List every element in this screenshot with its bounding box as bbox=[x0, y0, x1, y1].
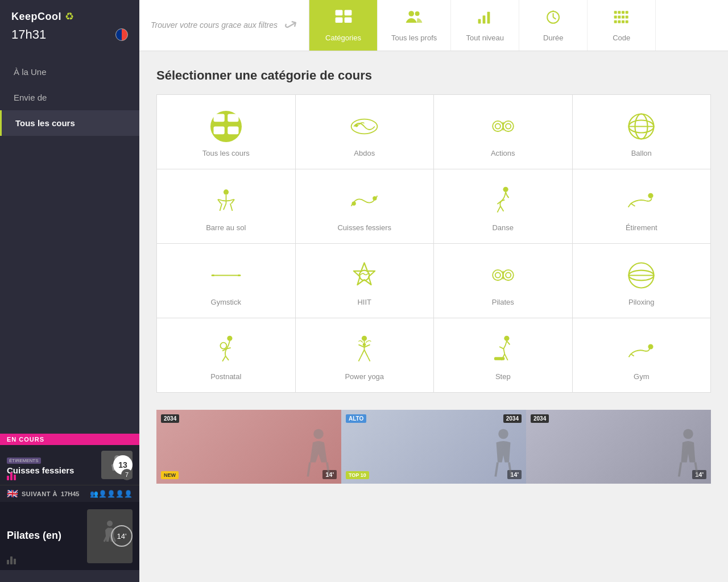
svg-line-68 bbox=[308, 463, 310, 477]
svg-point-38 bbox=[506, 123, 511, 128]
sidebar-item-tous-les-cours[interactable]: Tous les cours bbox=[0, 110, 139, 136]
svg-rect-31 bbox=[213, 127, 224, 135]
category-abdos[interactable]: Abdos bbox=[296, 95, 434, 169]
svg-rect-5 bbox=[344, 10, 351, 15]
category-hiit[interactable]: HIIT bbox=[296, 244, 434, 318]
en-cours-title: Cuisses fessiers bbox=[7, 465, 97, 476]
pilates-icon bbox=[487, 260, 519, 291]
category-piloxing[interactable]: Piloxing bbox=[573, 244, 711, 318]
svg-rect-24 bbox=[625, 15, 628, 18]
actions-icon bbox=[487, 111, 519, 142]
suivant-header: 🇬🇧 SUIVANT À 17H45 👥👤👤👤👤 bbox=[0, 485, 139, 502]
en-cours-info: ÉTIREMENTS Cuisses fessiers bbox=[7, 454, 97, 476]
sidebar-item-a-la-une[interactable]: À la Une bbox=[0, 59, 139, 85]
svg-point-34 bbox=[355, 124, 358, 127]
svg-point-63 bbox=[363, 343, 366, 347]
svg-point-46 bbox=[373, 196, 377, 200]
hiit-label: HIIT bbox=[357, 298, 371, 306]
category-power-yoga[interactable]: Power yoga bbox=[296, 318, 434, 392]
sidebar-logo-icon: ♻ bbox=[65, 10, 74, 23]
sidebar-item-envie-de[interactable]: Envie de bbox=[0, 85, 139, 110]
category-pilates[interactable]: Pilates bbox=[434, 244, 572, 318]
suivant-flag: 🇬🇧 bbox=[7, 488, 18, 499]
tous-les-profs-icon bbox=[405, 9, 423, 29]
en-cours-card[interactable]: ÉTIREMENTS Cuisses fessiers 13 7 bbox=[0, 445, 139, 485]
en-cours-info-btn[interactable]: 7 bbox=[121, 469, 133, 480]
abdos-label: Abdos bbox=[354, 149, 375, 157]
svg-point-52 bbox=[359, 271, 370, 281]
svg-rect-4 bbox=[335, 10, 342, 15]
category-gym[interactable]: Gym bbox=[573, 318, 711, 392]
postnatal-icon bbox=[210, 334, 242, 365]
suivant-section: 🇬🇧 SUIVANT À 17H45 👥👤👤👤👤 Pilates (en) 14… bbox=[0, 485, 139, 582]
tab-tout-niveau[interactable]: Tout niveau bbox=[451, 0, 519, 51]
svg-point-61 bbox=[220, 343, 226, 349]
svg-line-75 bbox=[696, 463, 698, 477]
tab-code-label: Code bbox=[613, 34, 630, 42]
sidebar: KeepCool ♻ 17h31 À la Une Envie de Tous … bbox=[0, 0, 139, 582]
barre-au-sol-label: Barre au sol bbox=[206, 223, 246, 232]
category-step[interactable]: Step bbox=[434, 318, 572, 392]
category-tous-les-cours[interactable]: Tous les cours bbox=[157, 95, 295, 169]
suivant-card[interactable]: Pilates (en) 14' bbox=[0, 502, 139, 570]
tab-categories[interactable]: Catégories bbox=[309, 0, 378, 51]
main-content: Trouver votre cours grace aux filtres ↪ … bbox=[139, 0, 728, 582]
bottom-card-3-figure bbox=[665, 410, 711, 484]
svg-point-36 bbox=[495, 123, 500, 128]
en-cours-tag: ÉTIREMENTS bbox=[7, 458, 41, 464]
en-cours-bars bbox=[7, 472, 16, 480]
tab-code[interactable]: Code bbox=[588, 0, 656, 51]
filter-hint-text: Trouver votre cours grace aux filtres bbox=[151, 20, 278, 31]
svg-rect-7 bbox=[344, 17, 351, 23]
svg-point-55 bbox=[503, 270, 513, 280]
category-actions[interactable]: Actions bbox=[434, 95, 572, 169]
svg-rect-25 bbox=[614, 20, 617, 23]
tab-tous-les-profs[interactable]: Tous les profs bbox=[378, 0, 451, 51]
bottom-card-2[interactable]: ALTO 2034 TOP 10 14' bbox=[341, 410, 526, 484]
category-cuisses-fessiers[interactable]: Cuisses fessiers bbox=[296, 169, 434, 243]
tous-les-cours-icon bbox=[210, 111, 242, 142]
svg-point-8 bbox=[409, 11, 415, 16]
svg-rect-22 bbox=[618, 15, 621, 18]
suivant-time: 17H45 bbox=[61, 490, 79, 497]
gymstick-label: Gymstick bbox=[211, 298, 241, 306]
svg-rect-6 bbox=[335, 17, 342, 23]
tout-niveau-icon bbox=[477, 9, 493, 29]
category-barre-au-sol[interactable]: Barre au sol bbox=[157, 169, 295, 243]
category-gymstick[interactable]: Gymstick bbox=[157, 244, 295, 318]
suivant-bars bbox=[7, 556, 16, 564]
svg-rect-30 bbox=[228, 114, 238, 122]
tous-les-cours-label: Tous les cours bbox=[202, 149, 250, 157]
category-grid: Tous les cours Abdos bbox=[156, 94, 711, 393]
cuisses-fessiers-label: Cuisses fessiers bbox=[337, 223, 391, 232]
svg-rect-49 bbox=[211, 275, 214, 276]
svg-point-1 bbox=[107, 521, 113, 526]
tab-tous-les-profs-label: Tous les profs bbox=[391, 34, 437, 42]
svg-point-70 bbox=[498, 429, 508, 439]
bottom-card-3-year: 2034 bbox=[531, 414, 549, 423]
piloxing-label: Piloxing bbox=[628, 298, 655, 306]
bottom-card-2-badge: TOP 10 bbox=[346, 471, 369, 479]
bottom-card-3[interactable]: 2034 14' bbox=[526, 410, 711, 484]
svg-rect-23 bbox=[622, 15, 624, 18]
category-postnatal[interactable]: Postnatal bbox=[157, 318, 295, 392]
en-cours-label: EN COURS bbox=[0, 434, 139, 445]
power-yoga-icon bbox=[349, 334, 380, 365]
category-etirement[interactable]: Étirement bbox=[573, 169, 711, 243]
svg-rect-51 bbox=[237, 275, 241, 276]
sidebar-time-text: 17h31 bbox=[11, 27, 46, 42]
svg-rect-26 bbox=[618, 20, 621, 23]
svg-rect-28 bbox=[625, 20, 628, 23]
category-ballon[interactable]: Ballon bbox=[573, 95, 711, 169]
section-title: Sélectionner une catégorie de cours bbox=[156, 68, 711, 83]
barre-au-sol-icon bbox=[210, 185, 242, 217]
svg-point-56 bbox=[506, 272, 511, 277]
piloxing-icon bbox=[626, 260, 657, 291]
svg-point-73 bbox=[683, 429, 693, 439]
category-danse[interactable]: Danse bbox=[434, 169, 572, 243]
bottom-card-1[interactable]: 2034 NEW 14' bbox=[156, 410, 341, 484]
tab-duree[interactable]: Durée bbox=[519, 0, 588, 51]
step-icon bbox=[487, 334, 519, 365]
top-navigation: Trouver votre cours grace aux filtres ↪ … bbox=[139, 0, 728, 51]
suivant-label: SUIVANT À bbox=[22, 490, 57, 497]
